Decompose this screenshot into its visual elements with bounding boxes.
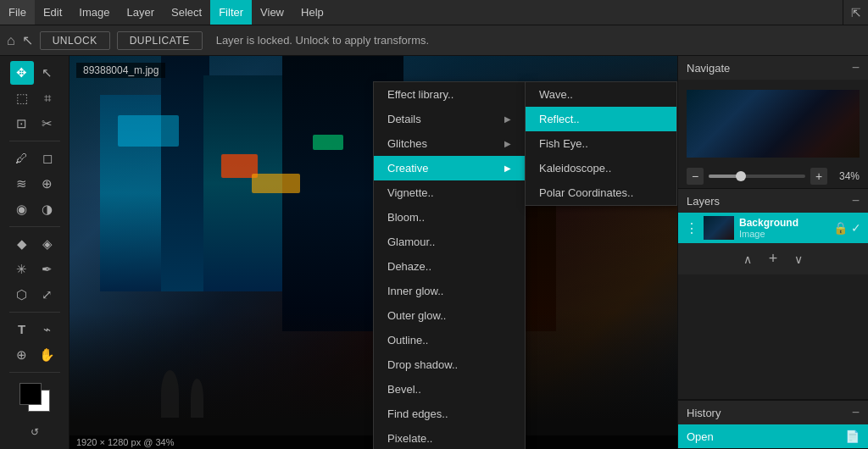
fill-tool[interactable]: ◆ xyxy=(10,232,34,256)
brush-tool[interactable]: 🖊 xyxy=(10,147,34,170)
home-icon[interactable]: ⌂ xyxy=(7,33,15,48)
shape-star-tool[interactable]: ✳ xyxy=(10,258,34,281)
filter-vignette[interactable]: Vignette.. xyxy=(374,180,525,205)
filter-glitches[interactable]: Glitches ▶ xyxy=(374,131,525,156)
navigate-title: Navigate xyxy=(687,62,730,75)
filter-find-edges[interactable]: Find edges.. xyxy=(374,402,525,426)
creative-polar-coordinates[interactable]: Polar Coordinates.. xyxy=(526,180,676,205)
crop-tool[interactable]: ⊡ xyxy=(10,112,34,136)
gradient-tool[interactable]: ◈ xyxy=(36,232,59,256)
zoom-slider[interactable] xyxy=(709,175,805,178)
layer-type: Image xyxy=(739,229,828,239)
menu-select[interactable]: Select xyxy=(163,0,210,25)
heal-tool[interactable]: ⊕ xyxy=(36,172,59,196)
duplicate-button[interactable]: DUPLICATE xyxy=(117,31,203,50)
dodge-tool[interactable]: ◑ xyxy=(36,197,59,221)
navigate-minimize[interactable]: − xyxy=(852,61,860,75)
creative-submenu: Wave.. Reflect.. Fish Eye.. Kaleidoscope… xyxy=(525,81,677,206)
pan-tool[interactable]: ✋ xyxy=(36,343,59,367)
history-open-label: Open xyxy=(687,430,714,443)
filter-details[interactable]: Details ▶ xyxy=(374,107,525,131)
layers-move-down-button[interactable]: ∨ xyxy=(793,251,804,268)
expand-icon: ⇱ xyxy=(851,6,861,19)
wave-tool[interactable]: ≋ xyxy=(10,172,34,196)
layer-thumb-image xyxy=(704,216,734,240)
filter-inner-glow[interactable]: Inner glow.. xyxy=(374,279,525,303)
menu-bar: File Edit Image Layer Select Filter View… xyxy=(0,0,868,25)
navigate-header: Navigate − xyxy=(678,56,868,80)
creative-wave[interactable]: Wave.. xyxy=(526,82,676,107)
rotate-tool[interactable]: ↺ xyxy=(23,420,47,444)
zoom-minus-button[interactable]: − xyxy=(687,168,704,185)
filename-badge: 89388004_m.jpg xyxy=(76,63,165,78)
creative-kaleidoscope[interactable]: Kaleidoscope.. xyxy=(526,156,676,180)
transform-tool[interactable]: ⤢ xyxy=(36,283,59,307)
creative-fish-eye[interactable]: Fish Eye.. xyxy=(526,131,676,156)
arrow-icon: ▶ xyxy=(504,114,511,124)
pen-tool[interactable]: ✒ xyxy=(36,258,59,281)
filter-bloom[interactable]: Bloom.. xyxy=(374,205,525,230)
navigate-section: Navigate − X: Y: xyxy=(678,56,868,189)
color-swatch[interactable] xyxy=(19,383,50,412)
layer-row[interactable]: ⋮ Background Image 🔒 ✓ xyxy=(678,213,868,243)
rect-select-tool[interactable]: ⬚ xyxy=(10,86,34,110)
layers-add-button[interactable]: + xyxy=(767,248,780,269)
toolbar: ⌂ ↖ UNLOCK DUPLICATE Layer is locked. Un… xyxy=(0,25,868,56)
filter-drop-shadow[interactable]: Drop shadow.. xyxy=(374,352,525,377)
expand-button[interactable]: ⇱ xyxy=(843,0,868,25)
nav-thumb-image xyxy=(687,90,860,158)
layers-section: Layers − ⋮ Background Image 🔒 ✓ ∧ xyxy=(678,189,868,400)
zoom-tool[interactable]: ⊕ xyxy=(10,343,34,367)
layers-actions: ∧ + ∨ xyxy=(678,243,868,274)
tool-divider-2 xyxy=(9,226,60,227)
zoom-slider-thumb[interactable] xyxy=(736,171,746,181)
rect-shape-tool[interactable]: ⬡ xyxy=(10,283,34,307)
filter-outline[interactable]: Outline.. xyxy=(374,328,525,352)
right-panel: Navigate − X: Y: xyxy=(677,56,868,449)
arrow-icon: ▶ xyxy=(504,139,511,148)
creative-reflect[interactable]: Reflect.. xyxy=(526,107,676,131)
zoom-row: − + 34% xyxy=(678,164,868,188)
smooth-tool[interactable]: ⌁ xyxy=(36,318,59,341)
filter-bevel[interactable]: Bevel.. xyxy=(374,377,525,402)
history-file-icon: 📄 xyxy=(845,430,860,443)
filter-pixelate[interactable]: Pixelate.. xyxy=(374,426,525,449)
layers-minimize[interactable]: − xyxy=(852,194,860,208)
scissors-tool[interactable]: ✂ xyxy=(36,112,59,136)
zoom-value: 34% xyxy=(832,170,860,182)
menu-edit[interactable]: Edit xyxy=(35,0,70,25)
text-tool[interactable]: T xyxy=(10,318,34,341)
menu-image[interactable]: Image xyxy=(70,0,118,25)
history-header: History − xyxy=(678,401,868,424)
eraser-tool[interactable]: ◻ xyxy=(36,147,59,170)
menu-help[interactable]: Help xyxy=(292,0,332,25)
menu-file[interactable]: File xyxy=(0,0,35,25)
history-minimize[interactable]: − xyxy=(852,406,860,419)
history-section: History − Open 📄 xyxy=(678,400,868,449)
layer-drag-handle[interactable]: ⋮ xyxy=(685,220,698,236)
filter-effect-library[interactable]: Effect library.. xyxy=(374,82,525,107)
menu-filter[interactable]: Filter xyxy=(210,0,252,25)
layer-visibility-icon[interactable]: ✓ xyxy=(851,221,861,235)
menu-view[interactable]: View xyxy=(252,0,292,25)
layers-header: Layers − xyxy=(678,189,868,213)
filter-outer-glow[interactable]: Outer glow.. xyxy=(374,303,525,328)
unlock-button[interactable]: UNLOCK xyxy=(40,31,110,50)
pointer-icon[interactable]: ↖ xyxy=(22,32,33,48)
filter-dehaze[interactable]: Dehaze.. xyxy=(374,254,525,279)
filter-creative[interactable]: Creative ▶ xyxy=(374,156,525,180)
lasso-tool[interactable]: ⌗ xyxy=(36,86,59,110)
zoom-plus-button[interactable]: + xyxy=(810,168,827,185)
foreground-color-swatch[interactable] xyxy=(19,383,42,405)
layer-info-label: Layer is locked. Unlock to apply transfo… xyxy=(216,34,429,47)
filter-glamour[interactable]: Glamour.. xyxy=(374,230,525,254)
history-row[interactable]: Open 📄 xyxy=(678,424,868,448)
layers-move-up-button[interactable]: ∧ xyxy=(742,251,754,268)
canvas-area: 89388004_m.jpg 1920 × 1280 px @ 34% Effe… xyxy=(70,56,677,449)
pointer-tool[interactable]: ↖ xyxy=(36,61,59,85)
blur-tool[interactable]: ◉ xyxy=(10,197,34,221)
zoom-slider-fill xyxy=(709,175,737,178)
layer-lock-icon[interactable]: 🔒 xyxy=(833,221,848,235)
move-tool[interactable]: ✥ xyxy=(10,61,34,85)
menu-layer[interactable]: Layer xyxy=(119,0,164,25)
